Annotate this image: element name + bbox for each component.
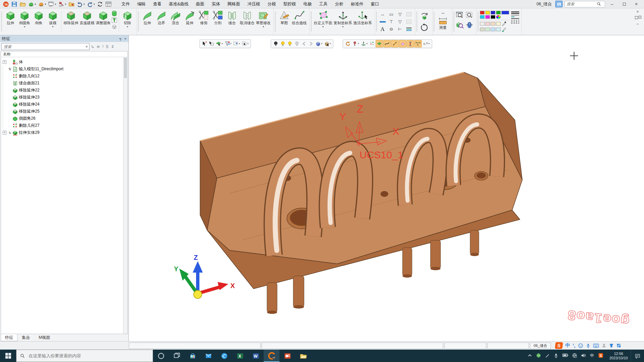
dimbox-button[interactable]: ▭ xyxy=(387,11,395,18)
tree-item[interactable]: 移除延伸24 xyxy=(1,101,123,108)
cursorcube-button[interactable] xyxy=(208,40,215,47)
softkeyboard-icon[interactable] xyxy=(593,344,599,348)
linestyle-button[interactable] xyxy=(511,18,519,19)
taskbar-app-explorer[interactable] xyxy=(295,350,311,362)
taskbar-app-edge[interactable] xyxy=(216,350,232,362)
color-swatch[interactable] xyxy=(480,11,485,14)
skin-icon[interactable] xyxy=(609,343,614,348)
doc-restore-icon[interactable] xyxy=(635,16,641,20)
doc-close-icon[interactable]: × xyxy=(635,10,641,14)
titlebar-search[interactable] xyxy=(565,1,605,7)
tree-item[interactable]: 移除延伸23 xyxy=(1,94,123,101)
taskbar-clock[interactable]: 12:56 2023/10/10 xyxy=(607,350,631,362)
拉伸-button[interactable]: 拉伸 xyxy=(3,9,17,35)
doc-minimize-icon[interactable]: – xyxy=(635,22,641,26)
snapcurve-button[interactable] xyxy=(383,40,391,47)
new-part-caret[interactable]: ▾ xyxy=(35,3,36,6)
tree-item[interactable]: ⇅输入模型11_DirectImport xyxy=(1,66,123,73)
color-swatch[interactable] xyxy=(485,22,490,26)
pts-button[interactable] xyxy=(369,40,375,47)
xy-button[interactable]: x▾ xyxy=(422,40,430,47)
restore-button[interactable] xyxy=(619,0,629,8)
suppress-filter-button[interactable]: S xyxy=(106,44,108,49)
taskbar-app-store[interactable] xyxy=(185,350,200,362)
new-assembly-button[interactable]: HH▾ xyxy=(37,1,47,8)
tray-volume[interactable] xyxy=(581,353,586,359)
缝合-button[interactable]: 缝合 xyxy=(225,9,239,35)
close-button[interactable]: × xyxy=(631,0,641,8)
激活坐标系-button[interactable]: 激活坐标系 xyxy=(353,9,373,35)
menu-标准件[interactable]: 标准件 xyxy=(347,0,367,8)
tray-battery[interactable] xyxy=(562,353,568,358)
viewport[interactable]: Y Z X UCS10_1 Z Y X ▾▾▾▾ ▾▾ ▾▾Ax▾ xyxy=(129,35,644,341)
faceselect-button[interactable]: ▾ xyxy=(215,40,224,47)
save-state-icon[interactable] xyxy=(555,1,563,7)
bulby-button[interactable] xyxy=(287,40,293,47)
account-icon[interactable] xyxy=(602,343,606,348)
tray-ime-zh[interactable]: 中 xyxy=(590,353,595,359)
color-swatch[interactable] xyxy=(491,28,495,31)
menu-网格面[interactable]: 网格面 xyxy=(224,0,244,8)
triadic-button[interactable]: ▾ xyxy=(360,40,369,47)
pin-button[interactable]: ▾ xyxy=(351,40,360,47)
tree-item[interactable]: 移除延伸22 xyxy=(1,87,123,94)
snapplane-button[interactable] xyxy=(399,40,406,47)
menu-实体[interactable]: 实体 xyxy=(208,0,224,8)
切除-button[interactable]: 切除▾ xyxy=(120,9,135,35)
undo-caret[interactable]: ▾ xyxy=(83,3,85,6)
taskbar-app-taskview[interactable] xyxy=(169,350,185,362)
clear-search-icon[interactable]: × xyxy=(85,44,88,49)
cyl-mini-button[interactable] xyxy=(111,10,117,16)
minimize-button[interactable]: – xyxy=(607,0,617,8)
cascade-filter-button[interactable]: ≋ xyxy=(97,44,100,49)
dimline-button[interactable] xyxy=(378,18,387,25)
app-logo-button[interactable]: 16 xyxy=(2,1,10,8)
close-file-button[interactable] xyxy=(68,1,75,8)
menu-型腔模[interactable]: 型腔模 xyxy=(279,0,300,8)
延伸-button[interactable]: 延伸 xyxy=(183,9,197,35)
start-button[interactable] xyxy=(0,350,16,362)
tray-mic[interactable] xyxy=(554,353,559,359)
expand-icon[interactable]: + xyxy=(3,60,6,64)
自定义平面-button[interactable]: 自定义平面▾ xyxy=(313,9,333,35)
tree-item[interactable]: +↳拉伸实体29 xyxy=(1,129,123,136)
checka-button[interactable]: ▽ xyxy=(396,11,404,18)
taskbar-app-mail[interactable] xyxy=(200,350,216,362)
color-swatch[interactable] xyxy=(480,28,485,31)
tree-scrollbar[interactable] xyxy=(123,57,127,334)
menu-窗口[interactable]: 窗口 xyxy=(367,0,383,8)
tree-item[interactable]: +体 xyxy=(1,58,123,66)
menu-工具[interactable]: 工具 xyxy=(315,0,331,8)
dimh-button[interactable]: ↔ xyxy=(378,11,387,18)
panel-close-icon[interactable]: × xyxy=(124,37,126,41)
arrl-button[interactable] xyxy=(301,40,307,47)
menu-查看[interactable]: 查看 xyxy=(149,0,165,8)
menu-分析[interactable]: 分析 xyxy=(331,0,347,8)
直接建模-button[interactable]: 直接建模 xyxy=(79,9,95,35)
dimd-button[interactable]: ⊖ xyxy=(387,26,395,33)
goto-filter-button[interactable]: ↳ xyxy=(91,44,94,49)
cursora-button[interactable] xyxy=(201,40,208,47)
action-center-button[interactable] xyxy=(631,350,644,362)
menu-冲压模[interactable]: 冲压模 xyxy=(244,0,264,8)
taskbar-search[interactable] xyxy=(16,350,153,362)
color-swatch[interactable] xyxy=(485,15,490,19)
rot-button[interactable] xyxy=(344,40,351,47)
tree-item[interactable]: 删除几何27 xyxy=(1,122,123,129)
taskbar-app-cad[interactable]: 16 xyxy=(264,350,279,362)
tree-search-box[interactable]: × xyxy=(1,43,89,50)
emoji-icon[interactable] xyxy=(578,343,583,348)
tablelines-button[interactable] xyxy=(405,26,413,33)
倒角-button[interactable]: 倒角 xyxy=(32,9,46,35)
tab-集合[interactable]: 集合 xyxy=(17,334,34,341)
tray-pen[interactable] xyxy=(545,353,550,359)
eyedropper-icon[interactable] xyxy=(501,21,506,26)
menu-电极[interactable]: 电极 xyxy=(300,0,315,8)
dimt-button[interactable]: ⊤ xyxy=(387,18,395,25)
color-swatch[interactable] xyxy=(496,22,501,26)
filter-button[interactable]: ▾ xyxy=(224,40,232,47)
tray-chevron[interactable] xyxy=(527,353,532,359)
tray-sogou[interactable]: S xyxy=(598,353,603,359)
zoomcube-button[interactable] xyxy=(456,21,464,30)
linestyle-button[interactable] xyxy=(511,22,519,24)
